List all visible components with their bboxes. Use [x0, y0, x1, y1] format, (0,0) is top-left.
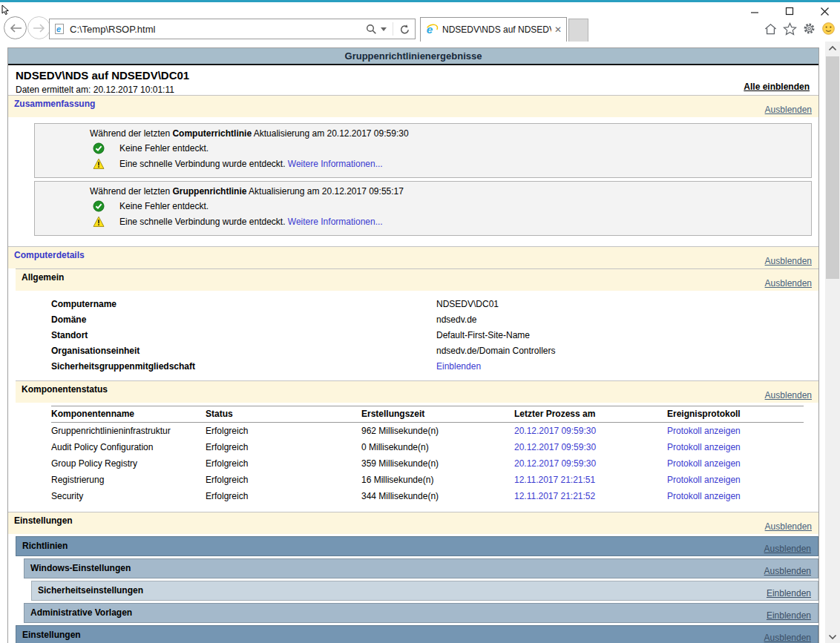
toggle-link[interactable]: Ausblenden [764, 566, 811, 576]
component-status: Erfolgreich [206, 455, 361, 472]
detail-row: Sicherheitsgruppenmitgliedschaft Einblen… [8, 359, 818, 375]
section-bar-windows-einstellungen: Windows-Einstellungen Ausblenden [24, 558, 818, 578]
close-button[interactable] [816, 4, 833, 18]
last-process-link[interactable]: 12.11.2017 21:21:52 [514, 488, 667, 504]
minimize-button[interactable] [747, 4, 763, 18]
col-header: Letzter Prozess am [514, 406, 667, 423]
section-title: Windows-Einstellungen [30, 563, 131, 573]
show-log-link[interactable]: Protokoll anzeigen [667, 488, 804, 504]
summary-row: Eine schnelle Verbindung wurde entdeckt.… [35, 217, 811, 228]
maximize-button[interactable] [781, 4, 798, 18]
section-bar-richtlinien: Richtlinien Ausblenden [16, 536, 818, 556]
last-process-link[interactable]: 20.12.2017 09:59:30 [514, 423, 667, 440]
search-icon[interactable] [366, 24, 377, 35]
new-tab-button[interactable] [568, 19, 588, 42]
section-title: Allgemein [22, 272, 64, 283]
intro-bold: Computerrichtlinie [172, 128, 252, 139]
last-process-link[interactable]: 20.12.2017 09:59:30 [514, 439, 667, 455]
show-log-link[interactable]: Protokoll anzeigen [667, 472, 804, 488]
detail-label: Domäne [51, 315, 436, 325]
window-controls [747, 4, 833, 18]
summary-row: Keine Fehler entdeckt. [35, 143, 811, 154]
component-time: 962 Millisekunde(n) [361, 423, 514, 440]
ie-logo-icon: e [425, 23, 439, 36]
toggle-link[interactable]: Ausblenden [764, 544, 811, 554]
toggle-link[interactable]: Ausblenden [765, 256, 812, 266]
section-bar-einstellungen-2: Einstellungen Ausblenden [16, 625, 818, 643]
component-name: Security [51, 488, 206, 504]
component-status-table: Komponentenname Status Erstellungszeit L… [51, 406, 804, 504]
report-banner: Gruppenrichtlinienergebnisse [8, 48, 818, 65]
toggle-link[interactable]: Ausblenden [765, 390, 812, 400]
col-header: Ereignisprotokoll [667, 406, 804, 423]
tools-gear-icon[interactable] [802, 22, 816, 36]
component-status: Erfolgreich [206, 472, 361, 488]
vertical-scrollbar[interactable] [825, 42, 840, 643]
toggle-link[interactable]: Einblenden [767, 588, 811, 599]
summary-row-text: Eine schnelle Verbindung wurde entdeckt. [119, 217, 288, 227]
table-row: Audit Policy Configuration Erfolgreich 0… [51, 439, 804, 455]
forward-button[interactable] [27, 16, 50, 39]
section-title: Komponentenstatus [22, 384, 108, 395]
component-status: Erfolgreich [206, 423, 361, 440]
toggle-link[interactable]: Einblenden [767, 610, 811, 621]
report-header: NDSEDV\NDS auf NDSEDV\DC01 Daten ermitte… [8, 65, 818, 95]
home-icon[interactable] [764, 22, 778, 36]
show-log-link[interactable]: Protokoll anzeigen [667, 455, 804, 472]
section-title: Einstellungen [22, 630, 81, 640]
address-bar[interactable]: e C:\Temp\RSOP.html [49, 19, 416, 39]
col-header: Erstellungszeit [361, 406, 514, 423]
toggle-link[interactable]: Ausblenden [765, 521, 812, 532]
toggle-link[interactable]: Ausblenden [764, 633, 811, 643]
allgemein-content: Computername NDSEDV\DC01 Domäne ndsedv.d… [8, 291, 818, 380]
show-log-link[interactable]: Protokoll anzeigen [667, 423, 804, 440]
detail-row: Organisationseinheit ndsedv.de/Domain Co… [8, 343, 818, 359]
tab-title: NDSEDV\NDS auf NDSEDV\... [442, 24, 551, 35]
summary-row-text: Keine Fehler entdeckt. [119, 201, 209, 211]
summary-intro: Während der letzten Gruppenrichtlinie Ak… [35, 186, 811, 197]
last-process-link[interactable]: 12.11.2017 21:21:51 [514, 472, 667, 488]
address-url[interactable]: C:\Temp\RSOP.html [70, 24, 366, 35]
security-groups-show-link[interactable]: Einblenden [436, 362, 481, 372]
more-info-link[interactable]: Weitere Informationen... [288, 217, 383, 227]
section-bar-einstellungen: Einstellungen Ausblenden [8, 512, 818, 534]
browser-toolbar: e C:\Temp\RSOP.html e NDSED [0, 2, 840, 42]
more-info-link[interactable]: Weitere Informationen... [288, 159, 383, 169]
component-time: 16 Millisekunde(n) [361, 472, 514, 488]
toggle-link[interactable]: Ausblenden [765, 278, 812, 288]
refresh-icon[interactable] [399, 24, 410, 35]
show-all-link[interactable]: Alle einblenden [744, 82, 810, 92]
summary-intro: Während der letzten Computerrichtlinie A… [35, 128, 811, 139]
section-bar-sicherheitseinstellungen: Sicherheitseinstellungen Einblenden [31, 581, 818, 601]
detail-label: Standort [51, 331, 436, 340]
toggle-link[interactable]: Ausblenden [765, 105, 812, 115]
gp-results-report: Gruppenrichtlinienergebnisse NDSEDV\NDS … [7, 47, 819, 643]
tab-close-icon[interactable]: ✕ [554, 25, 562, 34]
page-viewport: Gruppenrichtlinienergebnisse NDSEDV\NDS … [0, 42, 840, 643]
detail-row: Standort Default-First-Site-Name [8, 328, 818, 343]
section-title: Administrative Vorlagen [30, 607, 132, 618]
favorites-star-icon[interactable] [783, 22, 797, 36]
summary-box-group: Während der letzten Gruppenrichtlinie Ak… [34, 181, 812, 236]
feedback-smiley-icon[interactable] [821, 22, 836, 36]
show-log-link[interactable]: Protokoll anzeigen [667, 439, 804, 455]
address-controls [366, 22, 412, 36]
search-dropdown-icon[interactable] [381, 27, 387, 31]
component-name: Group Policy Registry [51, 455, 206, 472]
back-button[interactable] [4, 16, 27, 39]
table-row: Gruppenrichtlinieninfrastruktur Erfolgre… [51, 423, 804, 440]
last-process-link[interactable]: 20.12.2017 09:59:30 [514, 455, 667, 472]
scrollbar-thumb[interactable] [826, 56, 839, 279]
summary-row: Keine Fehler entdeckt. [35, 201, 811, 212]
scroll-up-icon[interactable] [825, 42, 840, 54]
section-bar-administrative-vorlagen: Administrative Vorlagen Einblenden [24, 603, 818, 623]
browser-tab[interactable]: e NDSEDV\NDS auf NDSEDV\... ✕ [420, 17, 567, 42]
table-row: Registrierung Erfolgreich 16 Millisekund… [51, 472, 804, 488]
intro-bold: Gruppenrichtlinie [172, 186, 246, 197]
section-bar-computerdetails: Computerdetails Ausblenden [8, 246, 818, 268]
component-status: Erfolgreich [206, 439, 361, 455]
component-time: 344 Millisekunde(n) [361, 488, 514, 504]
component-time: 0 Millisekunde(n) [361, 439, 514, 455]
component-name: Gruppenrichtlinieninfrastruktur [51, 423, 206, 440]
scroll-down-icon[interactable] [825, 630, 840, 643]
